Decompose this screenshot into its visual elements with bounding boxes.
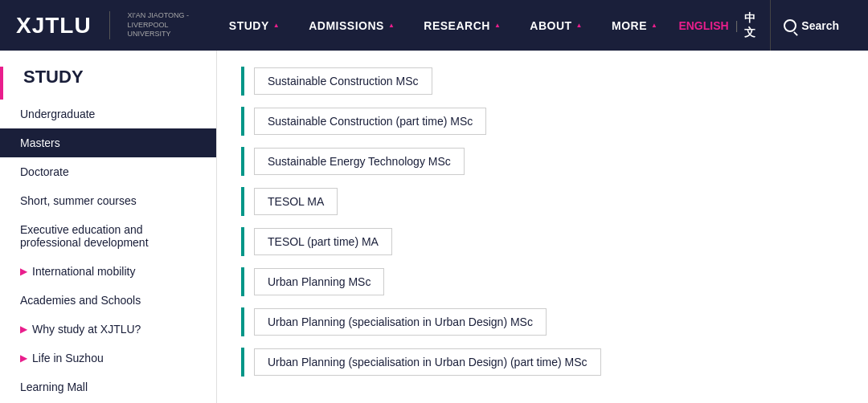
course-item-6: Urban Planning (specialisation in Urban …	[241, 307, 844, 336]
main-header: XJTLU XI'AN JIAOTONG - LIVERPOOL UNIVERS…	[0, 0, 868, 51]
chevron-icon: ▶	[20, 266, 27, 277]
nav-study-arrow: ▲	[273, 22, 280, 29]
search-button[interactable]: Search	[770, 0, 852, 51]
search-icon	[784, 19, 796, 32]
course-link-0[interactable]: Sustainable Construction MSc	[254, 67, 432, 95]
chevron-icon-3: ▶	[20, 352, 27, 364]
course-link-5[interactable]: Urban Planning MSc	[254, 268, 384, 295]
course-bar	[241, 147, 244, 176]
course-item-7: Urban Planning (specialisation in Urban …	[241, 348, 844, 377]
course-bar	[241, 187, 244, 216]
main-nav: STUDY ▲ ADMISSIONS ▲ RESEARCH ▲ ABOUT ▲ …	[215, 0, 673, 51]
main-content: STUDY Undergraduate Masters Doctorate Sh…	[0, 51, 868, 403]
nav-admissions-arrow: ▲	[388, 22, 395, 29]
course-link-4[interactable]: TESOL (part time) MA	[254, 228, 392, 255]
course-item-2: Sustainable Energy Technology MSc	[241, 147, 844, 176]
course-item-1: Sustainable Construction (part time) MSc	[241, 107, 844, 136]
sidebar: STUDY Undergraduate Masters Doctorate Sh…	[0, 51, 217, 403]
logo-divider	[109, 11, 110, 39]
course-link-2[interactable]: Sustainable Energy Technology MSc	[254, 148, 465, 175]
course-link-7[interactable]: Urban Planning (specialisation in Urban …	[254, 348, 601, 376]
course-link-3[interactable]: TESOL MA	[254, 188, 338, 215]
logo-main[interactable]: XJTLU	[16, 13, 92, 39]
course-bar	[241, 348, 244, 377]
nav-more[interactable]: MORE ▲	[597, 0, 672, 51]
course-link-6[interactable]: Urban Planning (specialisation in Urban …	[254, 308, 547, 336]
course-bar	[241, 267, 244, 296]
course-bar	[241, 67, 244, 96]
course-link-1[interactable]: Sustainable Construction (part time) MSc	[254, 108, 486, 135]
nav-study[interactable]: STUDY ▲	[215, 0, 294, 51]
nav-about-arrow: ▲	[576, 22, 583, 29]
sidebar-item-learning-mall[interactable]: Learning Mall	[0, 372, 216, 401]
course-item-5: Urban Planning MSc	[241, 267, 844, 296]
logo-area: XJTLU XI'AN JIAOTONG - LIVERPOOL UNIVERS…	[16, 11, 190, 39]
sidebar-item-why-study[interactable]: ▶ Why study at XJTLU?	[0, 315, 216, 344]
sidebar-title: STUDY	[0, 67, 216, 100]
nav-research-arrow: ▲	[494, 22, 501, 29]
logo-subtitle: XI'AN JIAOTONG - LIVERPOOL UNIVERSITY	[127, 11, 190, 39]
sidebar-item-academies[interactable]: Academies and Schools	[0, 286, 216, 315]
sidebar-item-life-suzhou[interactable]: ▶ Life in Suzhou	[0, 344, 216, 372]
search-label: Search	[801, 19, 839, 32]
courses-content: Sustainable Construction MSc Sustainable…	[217, 51, 868, 403]
course-bar	[241, 307, 244, 336]
nav-more-arrow: ▲	[651, 22, 657, 29]
course-bar	[241, 227, 244, 256]
nav-admissions[interactable]: ADMISSIONS ▲	[294, 0, 409, 51]
course-item-4: TESOL (part time) MA	[241, 227, 844, 256]
lang-chinese[interactable]: 中文	[738, 11, 762, 40]
course-bar	[241, 107, 244, 136]
course-item-0: Sustainable Construction MSc	[241, 67, 844, 96]
nav-about[interactable]: ABOUT ▲	[515, 0, 597, 51]
language-switcher: ENGLISH | 中文	[672, 11, 762, 40]
course-item-3: TESOL MA	[241, 187, 844, 216]
sidebar-item-short-courses[interactable]: Short, summer courses	[0, 186, 216, 215]
sidebar-item-executive-education[interactable]: Executive education and professional dev…	[0, 215, 216, 257]
lang-english[interactable]: ENGLISH	[672, 19, 735, 32]
sidebar-item-undergraduate[interactable]: Undergraduate	[0, 100, 216, 128]
sidebar-item-doctorate[interactable]: Doctorate	[0, 157, 216, 186]
sidebar-item-international-mobility[interactable]: ▶ International mobility	[0, 257, 216, 286]
sidebar-item-masters[interactable]: Masters	[0, 128, 216, 157]
chevron-icon-2: ▶	[20, 324, 27, 335]
nav-research[interactable]: RESEARCH ▲	[409, 0, 515, 51]
